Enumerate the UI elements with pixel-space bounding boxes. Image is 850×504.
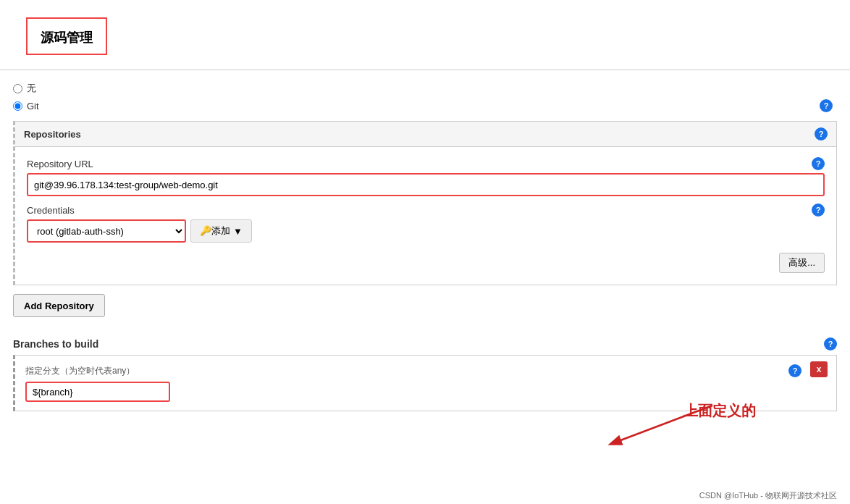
radio-none[interactable] — [13, 84, 22, 93]
repositories-header: Repositories ? — [15, 122, 836, 147]
csdn-footer: CSDN @IoTHub - 物联网开源技术社区 — [699, 490, 837, 501]
radio-git[interactable] — [13, 101, 22, 111]
branch-input[interactable] — [25, 382, 170, 402]
radio-git-label: Git — [27, 101, 39, 112]
branches-label: Branches to build — [13, 338, 98, 350]
advanced-label: 高级... — [788, 257, 815, 268]
radio-git-item[interactable]: Git — [13, 101, 39, 112]
add-credentials-chevron: ▼ — [233, 226, 243, 237]
advanced-button[interactable]: 高级... — [779, 253, 825, 273]
credentials-select[interactable]: root (gitlab-auth-ssh) — [27, 219, 186, 243]
repo-url-help-icon[interactable]: ? — [812, 157, 825, 170]
branch-sub-label: 指定分支（为空时代表any） — [25, 365, 135, 377]
radio-none-label: 无 — [27, 82, 36, 95]
branch-field-help-icon[interactable]: ? — [788, 364, 801, 377]
remove-branch-button[interactable]: x — [810, 361, 828, 377]
credentials-label: Credentials — [27, 205, 75, 216]
add-credentials-button[interactable]: 🔑添加 ▼ — [190, 219, 252, 243]
x-label: x — [817, 364, 822, 374]
credentials-help-icon[interactable]: ? — [812, 203, 825, 217]
add-repository-label: Add Repository — [24, 301, 94, 311]
branches-help-icon[interactable]: ? — [824, 337, 837, 350]
page-title: 源码管理 — [26, 17, 107, 55]
repositories-label: Repositories — [24, 129, 81, 140]
repo-url-label: Repository URL — [27, 159, 93, 169]
add-credentials-label: 🔑添加 — [200, 224, 230, 238]
radio-none-item[interactable]: 无 — [13, 82, 837, 95]
repositories-help-icon[interactable]: ? — [815, 127, 828, 140]
add-repository-button[interactable]: Add Repository — [13, 294, 105, 317]
git-help-icon[interactable]: ? — [820, 99, 833, 112]
repo-url-input[interactable] — [27, 173, 825, 196]
